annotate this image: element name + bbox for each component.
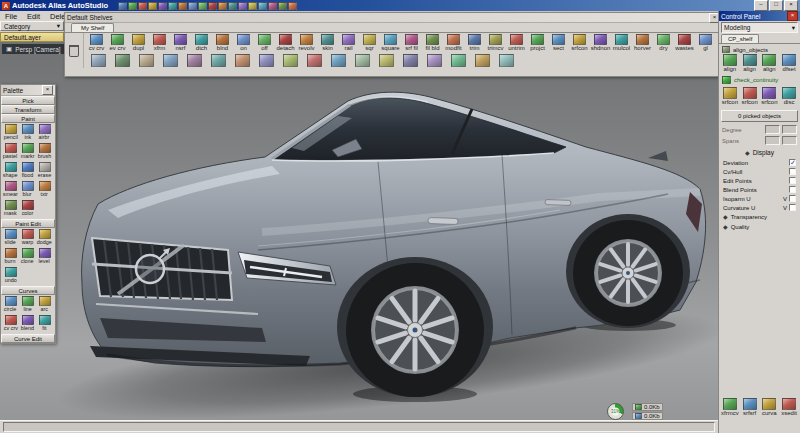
shelf-tool[interactable]: shdnon <box>590 34 611 52</box>
titlebar-tool-icon[interactable] <box>168 2 177 10</box>
menu-item[interactable]: File <box>0 12 22 21</box>
prompt-line[interactable] <box>3 422 715 432</box>
palette-section-curves[interactable]: Curves <box>1 286 55 295</box>
param-value-field-2[interactable] <box>782 136 797 145</box>
palette-section-curve-edit[interactable]: Curve Edit <box>1 334 55 343</box>
shelf-tool[interactable]: dupl <box>128 34 149 52</box>
perspective-viewport[interactable]: ▣ Persp [Camera] <box>0 42 718 420</box>
shelf-tool[interactable]: untrim <box>506 34 527 52</box>
palette-tool[interactable]: warp <box>19 229 36 248</box>
cp-bottom-tool[interactable]: xfrmcv <box>721 398 739 417</box>
shelf-tool[interactable] <box>494 52 518 67</box>
palette-tool[interactable]: color <box>19 200 36 219</box>
control-panel-close-icon[interactable]: × <box>787 11 798 21</box>
cp-tool[interactable]: srfcon <box>761 87 779 106</box>
shelf-tool[interactable] <box>206 52 230 67</box>
shelf-tool[interactable]: mulcol <box>611 34 632 52</box>
collapsed-section-row[interactable]: ◆ Transparency <box>719 212 800 222</box>
titlebar[interactable]: A Autodesk Alias AutoStudio <box>0 0 800 11</box>
cp-bottom-tool[interactable]: srfsrf <box>741 398 759 417</box>
palette-tool[interactable]: slide <box>2 229 19 248</box>
shelf-tool[interactable]: ev crv <box>107 34 128 52</box>
display-option-checkbox[interactable] <box>789 204 796 211</box>
shelf-tool[interactable]: blnd <box>212 34 233 52</box>
shelf-tool[interactable] <box>278 52 302 67</box>
titlebar-tool-icon[interactable] <box>138 2 147 10</box>
shelf-tool[interactable]: srf fil <box>401 34 422 52</box>
shelf-tool[interactable]: on <box>233 34 254 52</box>
titlebar-tool-icon[interactable] <box>218 2 227 10</box>
palette-tool[interactable]: dodge <box>36 229 53 248</box>
palette-tool[interactable]: circle <box>2 296 19 315</box>
shelf-tool[interactable]: detach <box>275 34 296 52</box>
display-option-checkbox[interactable] <box>789 177 796 184</box>
shelf-tool[interactable] <box>422 52 446 67</box>
cp-tool[interactable]: align <box>761 54 779 73</box>
palette-close-icon[interactable]: × <box>42 85 53 95</box>
param-value-field[interactable] <box>765 136 780 145</box>
shelf-tool[interactable] <box>254 52 278 67</box>
shelf-tool[interactable] <box>86 52 110 67</box>
display-option-checkbox[interactable]: ✓ <box>789 159 796 166</box>
shelves-titlebar[interactable]: Default Shelves × <box>65 13 722 23</box>
shelf-tool[interactable] <box>326 52 350 67</box>
palette-tool[interactable]: undo <box>2 267 19 286</box>
shelf-tool[interactable] <box>374 52 398 67</box>
palette-tool[interactable]: clone <box>19 248 36 267</box>
shelf-tool[interactable] <box>134 52 158 67</box>
shelf-tool[interactable] <box>350 52 374 67</box>
palette-tool[interactable]: pastel <box>2 143 19 162</box>
palette-tool[interactable]: brush <box>36 143 53 162</box>
palette-tool[interactable]: fit <box>36 315 53 334</box>
shelf-tool[interactable] <box>470 52 494 67</box>
shelf-tool[interactable] <box>158 52 182 67</box>
shelf-tool[interactable]: dtch <box>191 34 212 52</box>
palette-tool[interactable]: ink <box>19 124 36 143</box>
titlebar-tool-icon[interactable] <box>268 2 277 10</box>
shelf-tool[interactable] <box>398 52 422 67</box>
palette-tool[interactable]: shape <box>2 162 19 181</box>
titlebar-tool-icon[interactable] <box>258 2 267 10</box>
palette-tool[interactable]: airbr <box>36 124 53 143</box>
shelf-tool[interactable] <box>230 52 254 67</box>
active-layer-tab[interactable]: DefaultLayer <box>0 32 64 42</box>
shelf-tool[interactable]: fil bld <box>422 34 443 52</box>
display-option-checkbox[interactable] <box>789 168 796 175</box>
tab-my-shelf[interactable]: My Shelf <box>71 23 114 32</box>
viewport-camera-label[interactable]: ▣ Persp [Camera] <box>2 44 65 54</box>
shelf-tool[interactable]: skin <box>317 34 338 52</box>
display-option-checkbox[interactable] <box>789 186 796 193</box>
shelf-tool[interactable]: projct <box>527 34 548 52</box>
cp-bottom-tool[interactable]: xsedit <box>780 398 798 417</box>
shelf-tool[interactable]: horver <box>632 34 653 52</box>
display-section-header[interactable]: ◆ Display <box>719 146 800 158</box>
cp-tool[interactable]: align <box>721 54 739 73</box>
shelf-tool[interactable] <box>446 52 470 67</box>
param-value-field-2[interactable] <box>782 125 797 134</box>
minimize-button[interactable]: – <box>754 0 768 11</box>
palette-tool[interactable]: txtr <box>36 181 53 200</box>
cp-tool[interactable]: align <box>741 54 759 73</box>
layer-category-header[interactable]: Category ▾ <box>0 21 64 31</box>
shelf-tool[interactable] <box>182 52 206 67</box>
palette-section-paint[interactable]: Paint <box>1 114 55 123</box>
palette-section-paint-edit[interactable]: Paint Edit <box>1 219 55 228</box>
titlebar-tool-icon[interactable] <box>238 2 247 10</box>
palette-tool[interactable]: burn <box>2 248 19 267</box>
palette-tool[interactable]: mask <box>2 200 19 219</box>
shelf-tool[interactable]: square <box>380 34 401 52</box>
palette-tool[interactable]: flood <box>19 162 36 181</box>
shelf-tool[interactable]: wastes <box>674 34 695 52</box>
cp-tool[interactable]: srfcon <box>741 87 759 106</box>
collapsed-section-row[interactable]: ◆ Quality <box>719 222 800 232</box>
palette-tool[interactable]: blur <box>19 181 36 200</box>
cp-tool[interactable]: disc <box>780 87 798 106</box>
shelf-tool[interactable]: off <box>254 34 275 52</box>
cp-bottom-tool[interactable]: curva <box>761 398 779 417</box>
shelf-tool[interactable]: xfrm <box>149 34 170 52</box>
maximize-button[interactable]: □ <box>769 0 783 11</box>
shelf-tool[interactable]: sect <box>548 34 569 52</box>
tab-cp-shelf[interactable]: CP_shelf <box>721 34 759 43</box>
titlebar-tool-icon[interactable] <box>208 2 217 10</box>
car-model[interactable] <box>0 42 718 420</box>
